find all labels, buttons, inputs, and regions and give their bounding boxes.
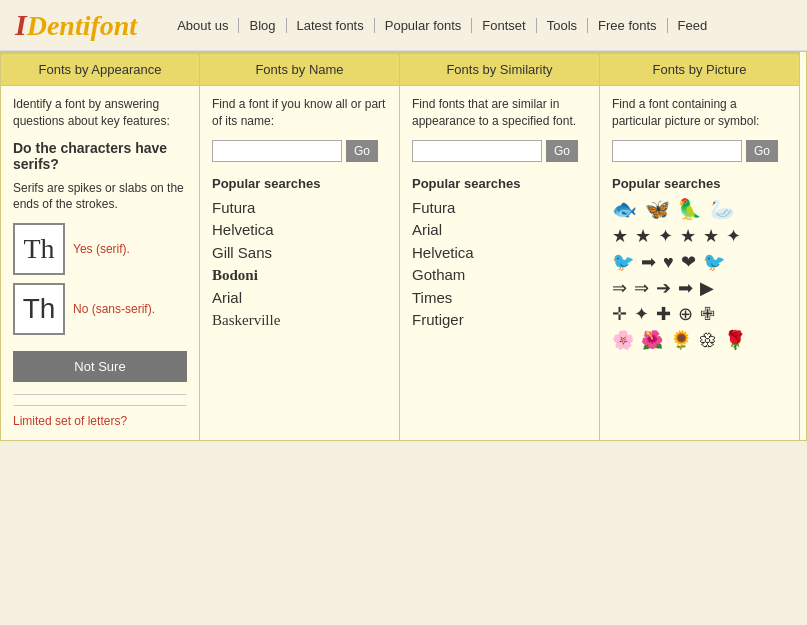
serif-desc: Serifs are spikes or slabs on the ends o…	[13, 180, 187, 214]
name-search-input[interactable]	[212, 140, 342, 162]
similarity-col: Fonts by Similarity Find fonts that are …	[400, 51, 600, 441]
list-item[interactable]: Helvetica	[212, 219, 387, 242]
picture-col: Fonts by Picture Find a font containing …	[600, 51, 800, 441]
picture-popular-label: Popular searches	[612, 176, 787, 191]
main-nav: About us Blog Latest fonts Popular fonts…	[167, 18, 717, 33]
header: IDentifont About us Blog Latest fonts Po…	[0, 0, 807, 51]
nav-latest[interactable]: Latest fonts	[287, 18, 375, 33]
nav-popular[interactable]: Popular fonts	[375, 18, 473, 33]
serif-yes-option[interactable]: Th Yes (serif).	[13, 223, 187, 275]
similarity-popular-list: Futura Arial Helvetica Gotham Times Frut…	[412, 197, 587, 332]
symbol-grid: 🐟 🦋 🦜 🦢 ★ ★ ✦ ★ ★ ✦ 🐦 ➡ ♥ ❤ 🐦 ⇒ ⇒ ➔ ➡ ▶ …	[612, 197, 787, 351]
nav-about[interactable]: About us	[167, 18, 239, 33]
name-go-button[interactable]: Go	[346, 140, 378, 162]
appearance-desc: Identify a font by answering questions a…	[13, 96, 187, 130]
list-item[interactable]: Arial	[412, 219, 587, 242]
picture-header: Fonts by Picture	[600, 54, 799, 86]
name-col: Fonts by Name Find a font if you know al…	[200, 51, 400, 441]
serif-no-label: No (sans-serif).	[73, 302, 155, 316]
list-item[interactable]: Helvetica	[412, 242, 587, 265]
symbol-row[interactable]: 🐦 ➡ ♥ ❤ 🐦	[612, 251, 787, 273]
serif-no-option[interactable]: Th No (sans-serif).	[13, 283, 187, 335]
similarity-search-input[interactable]	[412, 140, 542, 162]
list-item[interactable]: Futura	[212, 197, 387, 220]
similarity-search-row: Go	[412, 140, 587, 162]
serif-yes-label: Yes (serif).	[73, 242, 130, 256]
list-item[interactable]: Futura	[412, 197, 587, 220]
nav-fontset[interactable]: Fontset	[472, 18, 536, 33]
list-item[interactable]: Arial	[212, 287, 387, 310]
name-header: Fonts by Name	[200, 54, 399, 86]
symbol-row[interactable]: ✛ ✦ ✚ ⊕ ✙	[612, 303, 787, 325]
limited-link[interactable]: Limited set of letters?	[13, 405, 187, 428]
symbol-row[interactable]: 🌸 🌺 🌻 🏵 🌹	[612, 329, 787, 351]
name-popular-label: Popular searches	[212, 176, 387, 191]
serif-box-no: Th	[13, 283, 65, 335]
list-item[interactable]: Gill Sans	[212, 242, 387, 265]
logo-rest: Dentifont	[27, 10, 137, 41]
main-content: Fonts by Appearance Identify a font by a…	[0, 51, 807, 441]
picture-go-button[interactable]: Go	[746, 140, 778, 162]
nav-blog[interactable]: Blog	[239, 18, 286, 33]
name-search-row: Go	[212, 140, 387, 162]
similarity-go-button[interactable]: Go	[546, 140, 578, 162]
list-item[interactable]: Bodoni	[212, 264, 387, 287]
list-item[interactable]: Times	[412, 287, 587, 310]
not-sure-button[interactable]: Not Sure	[13, 351, 187, 382]
logo-i: I	[15, 8, 27, 41]
symbol-row[interactable]: 🐟 🦋 🦜 🦢	[612, 197, 787, 221]
appearance-col: Fonts by Appearance Identify a font by a…	[0, 51, 200, 441]
picture-search-row: Go	[612, 140, 787, 162]
nav-tools[interactable]: Tools	[537, 18, 588, 33]
picture-desc: Find a font containing a particular pict…	[612, 96, 787, 130]
symbol-row[interactable]: ★ ★ ✦ ★ ★ ✦	[612, 225, 787, 247]
list-item[interactable]: Frutiger	[412, 309, 587, 332]
serif-question: Do the characters have serifs?	[13, 140, 187, 172]
nav-feed[interactable]: Feed	[668, 18, 718, 33]
logo[interactable]: IDentifont	[15, 8, 137, 42]
serif-box-yes: Th	[13, 223, 65, 275]
similarity-popular-label: Popular searches	[412, 176, 587, 191]
list-item[interactable]: Gotham	[412, 264, 587, 287]
appearance-header: Fonts by Appearance	[1, 54, 199, 86]
name-popular-list: Futura Helvetica Gill Sans Bodoni Arial …	[212, 197, 387, 332]
name-desc: Find a font if you know all or part of i…	[212, 96, 387, 130]
similarity-desc: Find fonts that are similar in appearanc…	[412, 96, 587, 130]
nav-free[interactable]: Free fonts	[588, 18, 668, 33]
symbol-row[interactable]: ⇒ ⇒ ➔ ➡ ▶	[612, 277, 787, 299]
partial-col	[800, 51, 807, 441]
picture-search-input[interactable]	[612, 140, 742, 162]
list-item[interactable]: Baskerville	[212, 309, 387, 332]
similarity-header: Fonts by Similarity	[400, 54, 599, 86]
